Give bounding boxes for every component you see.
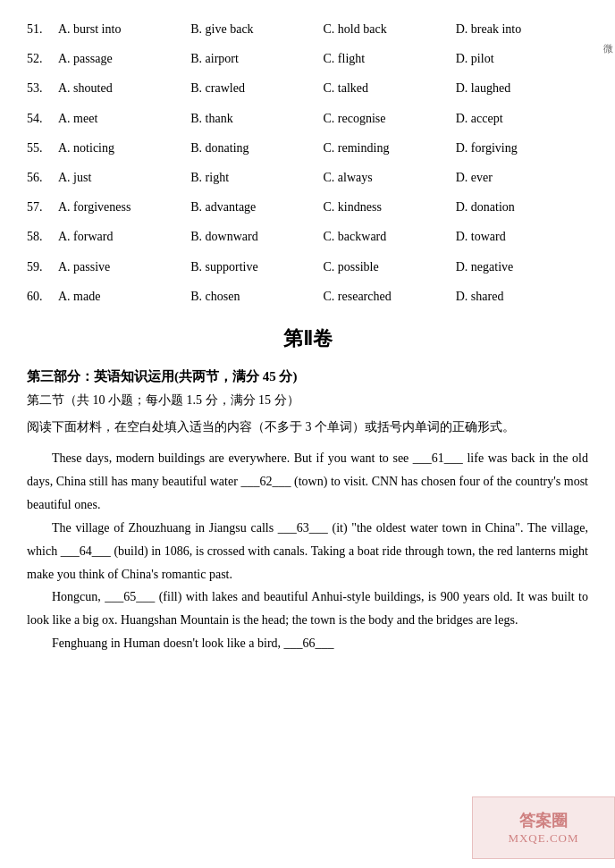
mcq-option: B. thank <box>190 107 323 130</box>
mcq-options: A. noticingB. donatingC. remindingD. for… <box>58 137 588 159</box>
watermark-en: MXQE.COM <box>508 831 578 846</box>
watermark-overlay: 答案圈 MXQE.COM <box>472 796 615 868</box>
mcq-option: A. meet <box>58 107 190 130</box>
mcq-option: D. forgiving <box>456 137 588 159</box>
mcq-row: 58.A. forwardB. downwardC. backwardD. to… <box>27 225 588 248</box>
passage-paragraph: The village of Zhouzhuang in Jiangsu cal… <box>27 517 588 586</box>
mcq-option: C. kindness <box>324 196 456 218</box>
mcq-options: A. forgivenessB. advantageC. kindnessD. … <box>58 196 588 218</box>
mcq-options: A. meetB. thankC. recogniseD. accept <box>58 107 588 130</box>
section2-sub: 第二节（共 10 小题；每小题 1.5 分，满分 15 分） <box>27 392 588 409</box>
mcq-option: C. reminding <box>324 137 456 159</box>
watermark-cn: 答案圈 <box>519 810 568 831</box>
mcq-option: D. accept <box>456 107 588 130</box>
mcq-options: A. burst intoB. give backC. hold backD. … <box>58 18 588 40</box>
mcq-option: A. made <box>58 285 190 308</box>
mcq-number: 56. <box>27 166 58 189</box>
mcq-option: C. always <box>324 166 456 189</box>
instruction: 阅读下面材料，在空白处填入适当的内容（不多于 3 个单词）或括号内单词的正确形式… <box>27 416 588 438</box>
mcq-option: B. crawled <box>190 77 323 99</box>
mcq-option: C. flight <box>324 47 456 70</box>
mcq-option: C. hold back <box>324 18 456 40</box>
section2-title: 第Ⅱ卷 <box>27 325 588 352</box>
mcq-option: B. give back <box>190 18 323 40</box>
mcq-number: 54. <box>27 107 58 130</box>
mcq-option: C. talked <box>324 77 456 99</box>
part3-header: 第三部分：英语知识运用(共两节，满分 45 分) <box>27 368 588 385</box>
mcq-number: 55. <box>27 137 58 159</box>
mcq-option: A. passive <box>58 256 190 278</box>
mcq-option: B. right <box>190 166 323 189</box>
mcq-number: 57. <box>27 196 58 218</box>
mcq-option: C. possible <box>324 256 456 278</box>
mcq-option: C. backward <box>324 225 456 248</box>
mcq-options: A. justB. rightC. alwaysD. ever <box>58 166 588 189</box>
mcq-option: B. supportive <box>190 256 323 278</box>
mcq-option: C. recognise <box>324 107 456 130</box>
mcq-options: A. passageB. airportC. flightD. pilot <box>58 47 588 70</box>
mcq-number: 52. <box>27 47 58 70</box>
mcq-option: A. just <box>58 166 190 189</box>
passage-paragraph: These days, modern buildings are everywh… <box>27 447 588 517</box>
mcq-row: 60.A. madeB. chosenC. researchedD. share… <box>27 285 588 308</box>
mcq-number: 60. <box>27 285 58 308</box>
mcq-option: B. airport <box>190 47 323 70</box>
mcq-number: 58. <box>27 225 58 248</box>
mcq-option: A. forgiveness <box>58 196 190 218</box>
passage-paragraph: Fenghuang in Human doesn't look like a b… <box>27 632 588 655</box>
page-container: 微 51.A. burst intoB. give backC. hold ba… <box>0 0 615 684</box>
mcq-row: 56.A. justB. rightC. alwaysD. ever <box>27 166 588 189</box>
mcq-row: 51.A. burst intoB. give backC. hold back… <box>27 18 588 40</box>
mcq-option: A. shouted <box>58 77 190 99</box>
mcq-row: 54.A. meetB. thankC. recogniseD. accept <box>27 107 588 130</box>
mcq-option: D. toward <box>456 225 588 248</box>
mcq-number: 51. <box>27 18 58 40</box>
mcq-option: A. noticing <box>58 137 190 159</box>
mcq-option: B. chosen <box>190 285 323 308</box>
mcq-option: B. advantage <box>190 196 323 218</box>
mcq-row: 57.A. forgivenessB. advantageC. kindness… <box>27 196 588 218</box>
mcq-row: 52.A. passageB. airportC. flightD. pilot <box>27 47 588 70</box>
mcq-section: 51.A. burst intoB. give backC. hold back… <box>27 18 588 308</box>
mcq-option: D. pilot <box>456 47 588 70</box>
mcq-option: D. negative <box>456 256 588 278</box>
watermark-box: 答案圈 MXQE.COM <box>472 796 615 859</box>
passage-paragraph: Hongcun, ___65___ (fill) with lakes and … <box>27 586 588 632</box>
mcq-option: B. downward <box>190 225 323 248</box>
mcq-options: A. forwardB. downwardC. backwardD. towar… <box>58 225 588 248</box>
mcq-options: A. madeB. chosenC. researchedD. shared <box>58 285 588 308</box>
mcq-option: C. researched <box>324 285 456 308</box>
mcq-option: D. shared <box>456 285 588 308</box>
mcq-options: A. passiveB. supportiveC. possibleD. neg… <box>58 256 588 278</box>
passage: These days, modern buildings are everywh… <box>27 447 588 655</box>
mcq-option: A. forward <box>58 225 190 248</box>
mcq-row: 53.A. shoutedB. crawledC. talkedD. laugh… <box>27 77 588 99</box>
mcq-row: 55.A. noticingB. donatingC. remindingD. … <box>27 137 588 159</box>
mcq-row: 59.A. passiveB. supportiveC. possibleD. … <box>27 256 588 278</box>
mcq-option: A. burst into <box>58 18 190 40</box>
mcq-option: A. passage <box>58 47 190 70</box>
mcq-number: 59. <box>27 256 58 278</box>
mcq-options: A. shoutedB. crawledC. talkedD. laughed <box>58 77 588 99</box>
mcq-option: D. ever <box>456 166 588 189</box>
mcq-option: D. laughed <box>456 77 588 99</box>
mcq-option: D. donation <box>456 196 588 218</box>
mcq-option: D. break into <box>456 18 588 40</box>
mcq-option: B. donating <box>190 137 323 159</box>
mcq-number: 53. <box>27 77 58 99</box>
